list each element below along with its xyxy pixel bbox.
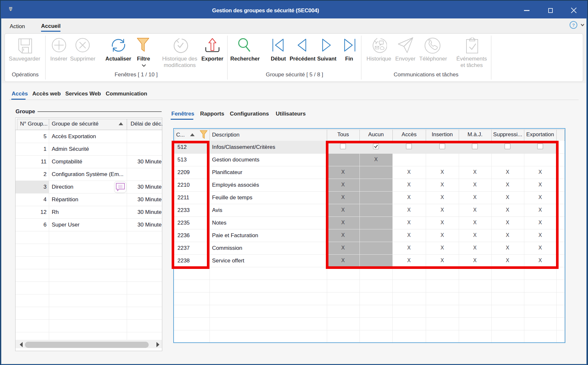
svg-text:?: ? (572, 23, 575, 28)
